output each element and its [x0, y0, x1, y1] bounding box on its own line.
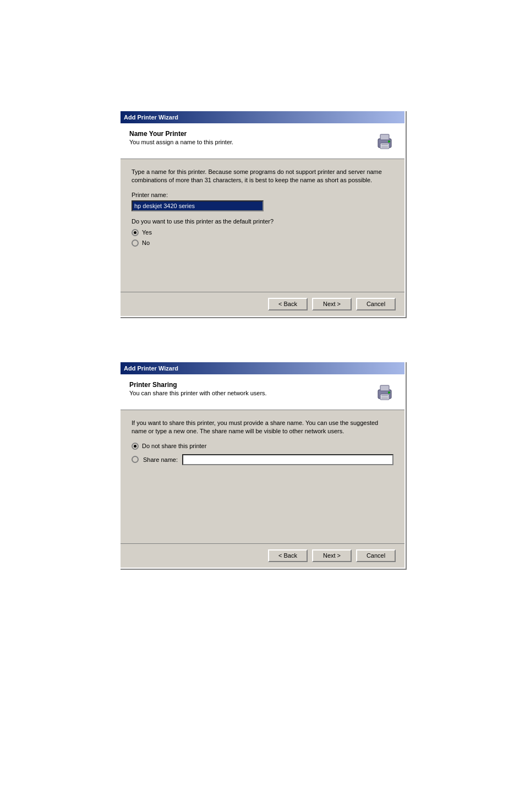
- share-radio[interactable]: [132, 456, 139, 463]
- dialog1-header-text: Name Your Printer You must assign a name…: [129, 130, 368, 145]
- svg-point-5: [388, 140, 390, 143]
- share-name-option[interactable]: Share name:: [132, 454, 393, 465]
- dialog1-next-button[interactable]: Next >: [312, 298, 352, 310]
- no-share-radio[interactable]: [132, 443, 139, 450]
- dialog2-header: Printer Sharing You can share this print…: [121, 374, 404, 410]
- radio-no-label: No: [142, 239, 150, 246]
- no-share-label: Do not share this printer: [142, 443, 206, 449]
- dialog1-header: Name Your Printer You must assign a name…: [121, 123, 404, 159]
- dialog2-header-text: Printer Sharing You can share this print…: [129, 381, 368, 396]
- svg-rect-10: [381, 397, 388, 399]
- dialog2-heading: Printer Sharing: [129, 381, 368, 389]
- svg-point-11: [388, 391, 390, 394]
- dialog1-body: Type a name for this printer. Because so…: [121, 159, 404, 292]
- printer-sharing-dialog: Add Printer Wizard Printer Sharing You c…: [119, 361, 406, 569]
- svg-rect-4: [381, 146, 388, 148]
- dialog1-description: Type a name for this printer. Because so…: [132, 168, 393, 185]
- svg-rect-1: [380, 134, 389, 140]
- svg-rect-3: [381, 144, 388, 145]
- dialog2-back-button[interactable]: < Back: [268, 549, 308, 562]
- printer-icon-2: [374, 381, 396, 403]
- svg-rect-7: [380, 385, 389, 391]
- radio-no-option[interactable]: No: [132, 239, 393, 247]
- share-name-input[interactable]: [182, 454, 393, 465]
- dialog1-back-button[interactable]: < Back: [268, 298, 308, 310]
- printer-name-input[interactable]: [132, 200, 264, 211]
- dialog1-footer: < Back Next > Cancel: [121, 292, 404, 316]
- dialog2-footer: < Back Next > Cancel: [121, 543, 404, 568]
- default-printer-question: Do you want to use this printer as the d…: [132, 218, 393, 225]
- dialog2-cancel-button[interactable]: Cancel: [356, 549, 396, 562]
- dialog1-titlebar: Add Printer Wizard: [121, 111, 404, 123]
- dialog2-title-text: Add Printer Wizard: [124, 365, 178, 372]
- dialog1-title-text: Add Printer Wizard: [124, 114, 178, 121]
- dialog1-heading: Name Your Printer: [129, 130, 368, 138]
- dialog2-description: If you want to share this printer, you m…: [132, 419, 393, 436]
- dialog2-subheading: You can share this printer with other ne…: [129, 390, 368, 396]
- svg-rect-2: [380, 143, 389, 149]
- svg-rect-9: [381, 395, 388, 396]
- svg-rect-8: [380, 394, 389, 400]
- no-share-option[interactable]: Do not share this printer: [132, 443, 393, 450]
- radio-yes-label: Yes: [142, 229, 152, 236]
- name-printer-dialog: Add Printer Wizard Name Your Printer You…: [119, 110, 406, 317]
- dialog1-subheading: You must assign a name to this printer.: [129, 139, 368, 145]
- share-label: Share name:: [143, 456, 178, 463]
- dialog2-next-button[interactable]: Next >: [312, 549, 352, 562]
- printer-name-label: Printer name:: [132, 192, 393, 198]
- dialog2-body: If you want to share this printer, you m…: [121, 410, 404, 543]
- dialog2-titlebar: Add Printer Wizard: [121, 362, 404, 374]
- dialog1-cancel-button[interactable]: Cancel: [356, 298, 396, 310]
- radio-yes-option[interactable]: Yes: [132, 229, 393, 236]
- default-printer-group: Do you want to use this printer as the d…: [132, 218, 393, 247]
- radio-yes-button[interactable]: [132, 229, 139, 236]
- printer-icon: [374, 130, 396, 152]
- radio-no-button[interactable]: [132, 239, 139, 247]
